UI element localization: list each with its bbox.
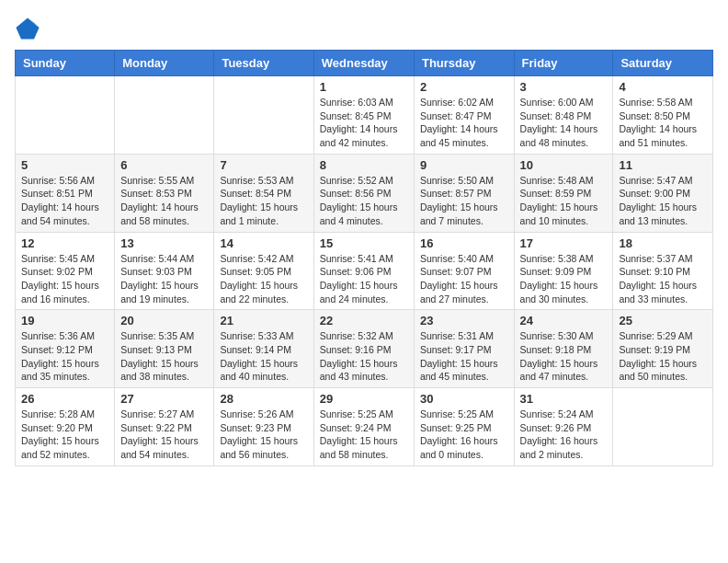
day-info: Sunrise: 5:28 AM Sunset: 9:20 PM Dayligh… — [21, 408, 108, 462]
svg-marker-0 — [16, 18, 39, 40]
day-info: Sunrise: 5:56 AM Sunset: 8:51 PM Dayligh… — [21, 174, 108, 228]
weekday-header-friday: Friday — [514, 51, 613, 76]
day-info: Sunrise: 5:37 AM Sunset: 9:10 PM Dayligh… — [619, 252, 707, 306]
calendar-cell: 20Sunrise: 5:35 AM Sunset: 9:13 PM Dayli… — [115, 310, 214, 388]
day-info: Sunrise: 5:58 AM Sunset: 8:50 PM Dayligh… — [619, 96, 707, 150]
day-number: 31 — [520, 392, 608, 406]
day-number: 10 — [520, 158, 608, 172]
day-number: 18 — [619, 236, 707, 250]
calendar-week-4: 19Sunrise: 5:36 AM Sunset: 9:12 PM Dayli… — [16, 310, 713, 388]
day-info: Sunrise: 5:38 AM Sunset: 9:09 PM Dayligh… — [520, 252, 608, 306]
calendar-cell: 6Sunrise: 5:55 AM Sunset: 8:53 PM Daylig… — [115, 154, 214, 232]
day-info: Sunrise: 5:47 AM Sunset: 9:00 PM Dayligh… — [619, 174, 707, 228]
day-info: Sunrise: 6:03 AM Sunset: 8:45 PM Dayligh… — [320, 96, 408, 150]
day-number: 17 — [520, 236, 608, 250]
calendar-cell: 22Sunrise: 5:32 AM Sunset: 9:16 PM Dayli… — [313, 310, 414, 388]
day-number: 27 — [120, 392, 208, 406]
calendar-cell: 11Sunrise: 5:47 AM Sunset: 9:00 PM Dayli… — [613, 154, 713, 232]
calendar-cell: 29Sunrise: 5:25 AM Sunset: 9:24 PM Dayli… — [313, 388, 414, 466]
day-number: 8 — [320, 158, 408, 172]
day-number: 20 — [120, 314, 208, 327]
generalblue-logo-icon — [15, 15, 40, 40]
calendar-cell: 19Sunrise: 5:36 AM Sunset: 9:12 PM Dayli… — [16, 310, 115, 388]
day-info: Sunrise: 5:31 AM Sunset: 9:17 PM Dayligh… — [420, 329, 508, 384]
day-info: Sunrise: 5:24 AM Sunset: 9:26 PM Dayligh… — [520, 408, 608, 462]
day-info: Sunrise: 5:32 AM Sunset: 9:16 PM Dayligh… — [320, 329, 408, 384]
calendar-cell — [214, 76, 313, 155]
calendar-week-1: 1Sunrise: 6:03 AM Sunset: 8:45 PM Daylig… — [16, 76, 713, 155]
day-number: 2 — [420, 80, 508, 94]
day-number: 7 — [220, 158, 307, 172]
calendar-cell: 4Sunrise: 5:58 AM Sunset: 8:50 PM Daylig… — [613, 76, 713, 155]
day-info: Sunrise: 5:52 AM Sunset: 8:56 PM Dayligh… — [320, 174, 408, 228]
day-info: Sunrise: 5:29 AM Sunset: 9:19 PM Dayligh… — [619, 329, 707, 384]
day-number: 13 — [120, 236, 208, 250]
calendar-week-2: 5Sunrise: 5:56 AM Sunset: 8:51 PM Daylig… — [16, 154, 713, 232]
day-number: 11 — [619, 158, 707, 172]
calendar-cell: 9Sunrise: 5:50 AM Sunset: 8:57 PM Daylig… — [414, 154, 514, 232]
day-number: 4 — [619, 80, 707, 94]
day-number: 12 — [21, 236, 108, 250]
day-number: 22 — [320, 314, 408, 327]
calendar-cell: 30Sunrise: 5:25 AM Sunset: 9:25 PM Dayli… — [414, 388, 514, 466]
day-info: Sunrise: 5:48 AM Sunset: 8:59 PM Dayligh… — [520, 174, 608, 228]
calendar-cell: 31Sunrise: 5:24 AM Sunset: 9:26 PM Dayli… — [514, 388, 613, 466]
calendar-week-5: 26Sunrise: 5:28 AM Sunset: 9:20 PM Dayli… — [16, 388, 713, 466]
day-info: Sunrise: 5:45 AM Sunset: 9:02 PM Dayligh… — [21, 252, 108, 306]
calendar-cell: 16Sunrise: 5:40 AM Sunset: 9:07 PM Dayli… — [414, 232, 514, 310]
day-number: 3 — [520, 80, 608, 94]
day-number: 26 — [21, 392, 108, 406]
day-number: 19 — [21, 314, 108, 327]
calendar-cell — [613, 388, 713, 466]
day-info: Sunrise: 5:55 AM Sunset: 8:53 PM Dayligh… — [120, 174, 208, 228]
day-number: 6 — [120, 158, 208, 172]
calendar-cell: 7Sunrise: 5:53 AM Sunset: 8:54 PM Daylig… — [214, 154, 313, 232]
calendar-cell: 14Sunrise: 5:42 AM Sunset: 9:05 PM Dayli… — [214, 232, 313, 310]
calendar-cell — [16, 76, 115, 155]
day-number: 28 — [220, 392, 307, 406]
day-number: 5 — [21, 158, 108, 172]
weekday-header-saturday: Saturday — [613, 51, 713, 76]
day-info: Sunrise: 5:40 AM Sunset: 9:07 PM Dayligh… — [420, 252, 508, 306]
day-info: Sunrise: 5:27 AM Sunset: 9:22 PM Dayligh… — [120, 408, 208, 462]
day-info: Sunrise: 5:41 AM Sunset: 9:06 PM Dayligh… — [320, 252, 408, 306]
logo — [15, 15, 40, 40]
weekday-header-tuesday: Tuesday — [214, 51, 313, 76]
calendar-cell: 23Sunrise: 5:31 AM Sunset: 9:17 PM Dayli… — [414, 310, 514, 388]
day-number: 24 — [520, 314, 608, 327]
calendar-week-3: 12Sunrise: 5:45 AM Sunset: 9:02 PM Dayli… — [16, 232, 713, 310]
calendar-cell: 2Sunrise: 6:02 AM Sunset: 8:47 PM Daylig… — [414, 76, 514, 155]
day-info: Sunrise: 5:25 AM Sunset: 9:25 PM Dayligh… — [420, 408, 508, 462]
day-info: Sunrise: 5:44 AM Sunset: 9:03 PM Dayligh… — [120, 252, 208, 306]
calendar-cell: 13Sunrise: 5:44 AM Sunset: 9:03 PM Dayli… — [115, 232, 214, 310]
day-info: Sunrise: 5:26 AM Sunset: 9:23 PM Dayligh… — [220, 408, 307, 462]
day-number: 14 — [220, 236, 307, 250]
day-number: 21 — [220, 314, 307, 327]
day-number: 15 — [320, 236, 408, 250]
calendar-cell: 26Sunrise: 5:28 AM Sunset: 9:20 PM Dayli… — [16, 388, 115, 466]
day-number: 29 — [320, 392, 408, 406]
day-info: Sunrise: 5:25 AM Sunset: 9:24 PM Dayligh… — [320, 408, 408, 462]
day-info: Sunrise: 5:30 AM Sunset: 9:18 PM Dayligh… — [520, 329, 608, 384]
day-info: Sunrise: 5:42 AM Sunset: 9:05 PM Dayligh… — [220, 252, 307, 306]
weekday-header-monday: Monday — [115, 51, 214, 76]
calendar-cell: 24Sunrise: 5:30 AM Sunset: 9:18 PM Dayli… — [514, 310, 613, 388]
calendar-cell: 15Sunrise: 5:41 AM Sunset: 9:06 PM Dayli… — [313, 232, 414, 310]
day-info: Sunrise: 5:50 AM Sunset: 8:57 PM Dayligh… — [420, 174, 508, 228]
calendar-cell: 25Sunrise: 5:29 AM Sunset: 9:19 PM Dayli… — [613, 310, 713, 388]
calendar-cell: 27Sunrise: 5:27 AM Sunset: 9:22 PM Dayli… — [115, 388, 214, 466]
day-number: 16 — [420, 236, 508, 250]
day-info: Sunrise: 6:00 AM Sunset: 8:48 PM Dayligh… — [520, 96, 608, 150]
day-info: Sunrise: 5:35 AM Sunset: 9:13 PM Dayligh… — [120, 329, 208, 384]
calendar-cell: 18Sunrise: 5:37 AM Sunset: 9:10 PM Dayli… — [613, 232, 713, 310]
header — [15, 15, 713, 40]
day-info: Sunrise: 5:36 AM Sunset: 9:12 PM Dayligh… — [21, 329, 108, 384]
day-number: 23 — [420, 314, 508, 327]
calendar-cell: 17Sunrise: 5:38 AM Sunset: 9:09 PM Dayli… — [514, 232, 613, 310]
day-number: 30 — [420, 392, 508, 406]
weekday-header-row: SundayMondayTuesdayWednesdayThursdayFrid… — [16, 51, 713, 76]
weekday-header-thursday: Thursday — [414, 51, 514, 76]
day-number: 1 — [320, 80, 408, 94]
day-number: 9 — [420, 158, 508, 172]
calendar-cell: 3Sunrise: 6:00 AM Sunset: 8:48 PM Daylig… — [514, 76, 613, 155]
